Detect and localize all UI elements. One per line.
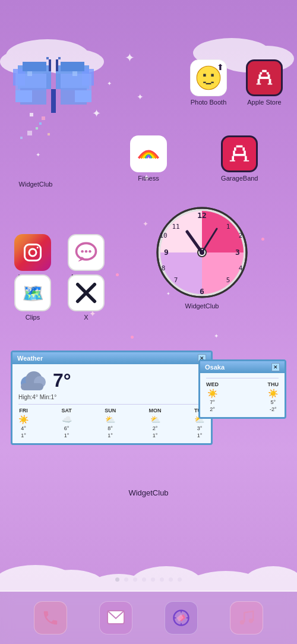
svg-point-63 [85,250,87,252]
apple-store-label: Apple Store [247,99,281,106]
svg-rect-27 [27,131,32,135]
svg-rect-26 [39,122,42,125]
garageband-label: GarageBand [221,175,258,182]
weather-osaka-widget[interactable]: Osaka ✕ WED ☀️ 7° 2° THU ☀️ 5° -2° [198,359,286,419]
weather-titlebar: Weather ✕ [12,352,211,364]
weather-day-sat: SAT ☁️ 6° 1° [61,408,71,438]
svg-rect-16 [61,74,91,90]
svg-rect-25 [30,113,33,116]
garageband-icon [221,135,258,172]
svg-rect-49 [234,147,236,150]
svg-rect-56 [230,160,235,162]
svg-rect-12 [15,90,32,102]
svg-point-60 [37,247,39,248]
svg-rect-23 [46,57,49,59]
sparkle-10: ✦ [107,80,112,87]
svg-rect-46 [257,84,261,85]
weather-title: Weather [17,355,43,362]
svg-rect-52 [244,151,247,154]
svg-rect-57 [244,160,249,162]
messages-icon [68,234,105,271]
svg-text:2: 2 [239,232,243,239]
clips-icon: 🗺️ [14,274,51,311]
weather-day-thu: THU ☀️ 5° -2° [268,381,279,412]
svg-rect-54 [232,156,235,160]
svg-text:11: 11 [172,223,179,231]
svg-rect-37 [211,82,213,83]
dock-music[interactable] [230,601,263,634]
svg-rect-47 [268,84,273,85]
dock-mail[interactable] [99,601,132,634]
weather-cloud-icon [18,369,47,392]
weather-day-fri: FRI ☀️ 4° 1° [18,408,29,438]
svg-rect-36 [206,83,211,84]
weather-days-row: FRI ☀️ 4° 1° SAT ☁️ 6° 1° SUN ⛅ 8° 1° [18,404,205,438]
svg-rect-43 [259,77,270,79]
dock-phone[interactable] [34,601,67,634]
svg-rect-21 [49,59,51,71]
dock-safari[interactable] [165,601,198,634]
app-garageband[interactable]: GarageBand [216,135,263,182]
svg-rect-40 [267,72,269,75]
svg-rect-18 [75,90,91,102]
osaka-days: WED ☀️ 7° 2° THU ☀️ 5° -2° [206,378,279,412]
svg-rect-10 [15,74,46,90]
svg-point-62 [81,250,83,252]
dock [0,591,297,644]
app-photo-booth[interactable]: ⬆ Photo Booth [185,59,232,106]
svg-rect-44 [258,79,260,84]
x-icon [68,274,105,311]
osaka-titlebar: Osaka ✕ [200,361,285,373]
weather-day-mon: MON ⛅ 2° 1° [149,408,162,438]
weather-day-wed: WED ☀️ 7° 2° [206,381,219,412]
app-messages[interactable]: Messages [62,234,110,280]
svg-rect-9 [23,62,46,71]
weather-day-sun: SUN ⛅ 8° 1° [105,408,116,438]
osaka-close-btn[interactable]: ✕ [271,363,280,371]
svg-rect-55 [245,156,247,160]
svg-point-59 [29,249,36,256]
svg-rect-42 [268,74,270,77]
svg-rect-34 [211,74,213,76]
weather-main-widget[interactable]: Weather ✕ 7° High:4° Min:1° FRI ☀️ 4° [11,351,213,445]
widgetclub-top-icon [39,135,76,172]
app-apple-store[interactable]: Apple Store [241,59,288,106]
svg-text:12: 12 [197,211,207,220]
weather-main-row: 7° [18,369,205,392]
svg-rect-33 [203,74,206,76]
svg-rect-15 [61,62,84,71]
svg-rect-58 [25,245,41,261]
svg-rect-51 [233,151,236,154]
svg-rect-20 [72,71,77,76]
photo-booth-icon: ⬆ [190,59,227,96]
pink-dot-3 [131,336,134,339]
svg-point-82 [200,250,204,255]
svg-text:10: 10 [159,232,167,239]
widgetclub-row2-label: WidgetClub [12,178,59,189]
x-label: X [84,314,88,321]
sparkle-8: ✦ [214,333,219,339]
row2-apps: WidgetClub Fitness [0,135,297,182]
app-clips[interactable]: 🗺️ Clips [9,274,56,321]
top-apps-row: ⬆ Photo Booth Apple Store [185,59,288,106]
svg-rect-53 [233,154,247,156]
weather-minmax: High:4° Min:1° [18,394,205,400]
svg-rect-24 [58,57,61,59]
instagram-icon [14,234,51,271]
app-instagram[interactable]: Instagram [9,234,56,280]
osaka-body: WED ☀️ 7° 2° THU ☀️ 5° -2° [200,373,285,417]
svg-text:3: 3 [235,248,240,257]
app-x[interactable]: X [62,274,110,321]
svg-rect-30 [36,127,38,130]
svg-text:1: 1 [226,223,230,231]
weather-widget-area: Weather ✕ 7° High:4° Min:1° FRI ☀️ 4° [11,351,286,445]
svg-rect-22 [56,59,58,71]
app-fitness[interactable]: Fitness [125,135,172,182]
svg-point-64 [89,250,91,252]
clouds-bottom [0,550,297,592]
osaka-city-label: Osaka [205,364,225,371]
svg-rect-38 [262,70,267,72]
widgetclub-bottom-label: WidgetClub [0,487,297,498]
svg-rect-29 [42,116,45,120]
weather-body: 7° High:4° Min:1° FRI ☀️ 4° 1° SAT ☁️ 6°… [12,364,211,443]
